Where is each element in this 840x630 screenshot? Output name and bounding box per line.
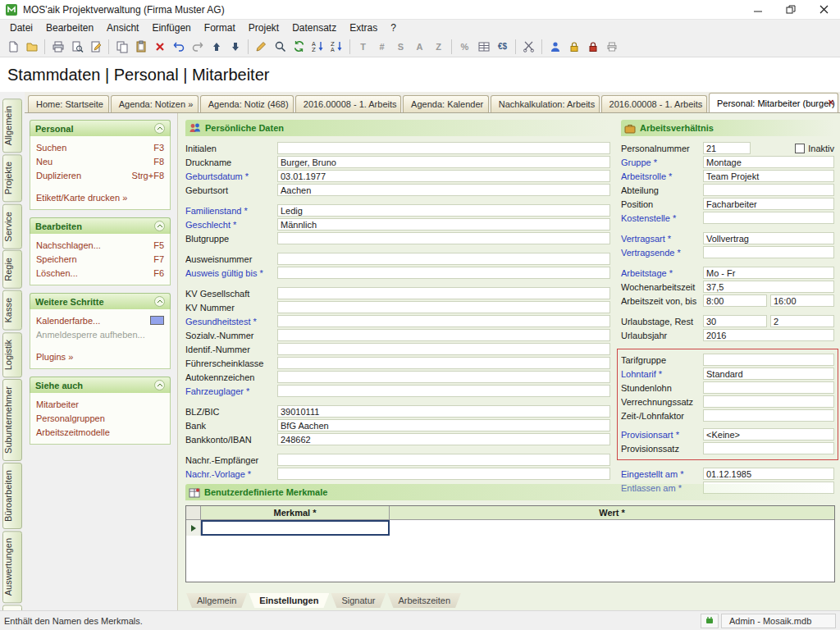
row-selector[interactable] — [186, 520, 201, 536]
bank-input[interactable]: BfG Aachen — [277, 419, 610, 431]
minimize-button[interactable] — [742, 0, 774, 19]
ausweis-gueltig-bis-label-link[interactable]: Ausweis gültig bis * — [185, 268, 277, 278]
arbeitsrolle-label-link[interactable]: Arbeitsrolle * — [621, 171, 703, 181]
arbeitszeit-von-input[interactable]: 8:00 — [703, 294, 767, 307]
position-input[interactable]: Facharbeiter — [703, 198, 834, 210]
nachr-empfaenger-input[interactable] — [277, 454, 610, 466]
tab-allgemein[interactable]: Allgemein — [186, 593, 247, 608]
cmd-duplizieren[interactable]: DuplizierenStrg+F8 — [36, 168, 164, 182]
identif-nummer-input[interactable] — [277, 343, 610, 355]
print-preview-button[interactable] — [67, 38, 86, 56]
collapse-icon[interactable] — [154, 123, 165, 134]
menu-einfuegen[interactable]: Einfügen — [145, 21, 197, 35]
side-tab-service[interactable]: Service — [2, 204, 22, 249]
vertragsart-input[interactable]: Vollvertrag — [703, 232, 834, 244]
cmd-nachschlagen[interactable]: Nachschlagen...F5 — [36, 238, 164, 252]
stundenlohn-input[interactable] — [703, 381, 834, 394]
cmd-neu[interactable]: NeuF8 — [36, 154, 164, 168]
kostenstelle-label-link[interactable]: Kostenstelle * — [621, 213, 703, 223]
panel-header-siehe-auch[interactable]: Siehe auch — [30, 377, 171, 393]
blutgruppe-input[interactable] — [277, 232, 610, 244]
zeit-lohnfaktor-input[interactable] — [703, 409, 834, 422]
side-tab-auswertungen[interactable]: Auswertungen — [2, 531, 22, 603]
format-s-button[interactable]: S — [391, 38, 410, 56]
fuehrerscheinklasse-input[interactable] — [277, 357, 610, 369]
menu-bearbeiten[interactable]: Bearbeiten — [39, 21, 100, 35]
panel-header-bearbeiten[interactable]: Bearbeiten — [30, 217, 171, 234]
doc-tab-nachkalkulation[interactable]: Nachkalkulation: Arbeits — [491, 95, 600, 112]
doc-tab-agenda-notizen[interactable]: Agenda: Notizen » — [111, 95, 199, 112]
nachr-vorlage-label-link[interactable]: Nachr.-Vorlage * — [185, 469, 277, 479]
kostenstelle-input[interactable] — [703, 212, 834, 224]
side-tab-regie[interactable]: Regie — [2, 250, 22, 289]
gesundheitstest-input[interactable] — [277, 315, 610, 327]
undo-button[interactable] — [169, 38, 188, 56]
format-z-button[interactable]: Z — [429, 38, 448, 56]
doc-tab-arbeitszettel-1[interactable]: 2016.00008 - 1. Arbeits — [295, 95, 401, 112]
tab-signatur[interactable]: Signatur — [331, 593, 386, 608]
geschlecht-input[interactable]: Männlich — [277, 218, 610, 231]
gruppe-label-link[interactable]: Gruppe * — [621, 158, 703, 167]
menu-projekt[interactable]: Projekt — [242, 21, 285, 35]
fahrzeuglager-label-link[interactable]: Fahrzeuglager * — [185, 386, 277, 396]
arbeitszeit-bis-input[interactable]: 16:00 — [770, 294, 834, 307]
urlaubstage-input[interactable]: 30 — [703, 315, 767, 327]
doc-tab-agenda-kalender[interactable]: Agenda: Kalender — [403, 95, 489, 112]
sort-ascending-button[interactable]: AZ — [308, 38, 327, 56]
lohntarif-label-link[interactable]: Lohntarif * — [621, 369, 703, 379]
format-title-button[interactable]: T — [354, 38, 372, 56]
druckname-input[interactable]: Burger, Bruno — [277, 156, 610, 168]
calc-grid-button[interactable] — [474, 38, 493, 56]
gruppe-input[interactable]: Montage — [703, 156, 834, 168]
menu-datei[interactable]: Datei — [3, 21, 39, 35]
doc-tab-home[interactable]: Home: Startseite — [28, 95, 109, 112]
paste-button[interactable] — [131, 38, 150, 56]
kv-gesellschaft-input[interactable] — [277, 287, 610, 299]
arbeitstage-label-link[interactable]: Arbeitstage * — [621, 268, 703, 278]
inaktiv-checkbox[interactable] — [795, 144, 805, 153]
geschlecht-label-link[interactable]: Geschlecht * — [185, 220, 277, 230]
cmd-etikett-drucken[interactable]: Etikett/Karte drucken » — [36, 190, 164, 204]
currency-button[interactable]: €$ — [493, 38, 512, 56]
geburtsdatum-label-link[interactable]: Geburtsdatum * — [185, 171, 277, 181]
quick-print-button[interactable] — [602, 38, 621, 56]
urlaubsrest-input[interactable]: 2 — [770, 315, 834, 327]
cut-button[interactable] — [519, 38, 538, 56]
unlock-button[interactable] — [564, 38, 583, 56]
verrechnungssatz-input[interactable] — [703, 395, 834, 408]
collapse-icon[interactable] — [154, 380, 165, 390]
print-button[interactable] — [48, 38, 67, 56]
lock-button[interactable] — [583, 38, 602, 56]
vertragsende-label-link[interactable]: Vertragsende * — [621, 248, 703, 258]
tab-arbeitszeiten[interactable]: Arbeitszeiten — [387, 593, 461, 608]
tab-close-icon[interactable]: × — [825, 97, 837, 108]
panel-header-personal[interactable]: Personal — [30, 120, 171, 136]
menu-ansicht[interactable]: Ansicht — [100, 21, 145, 35]
geburtsort-input[interactable]: Aachen — [277, 184, 610, 196]
sozialv-nummer-input[interactable] — [277, 329, 610, 341]
format-number-button[interactable]: # — [372, 38, 391, 56]
wochenarbeitszeit-input[interactable]: 37,5 — [703, 281, 834, 293]
menu-datensatz[interactable]: Datensatz — [285, 21, 343, 35]
tab-einstellungen[interactable]: Einstellungen — [249, 593, 329, 608]
lohntarif-input[interactable]: Standard — [703, 368, 834, 380]
doc-tab-agenda-notiz[interactable]: Agenda: Notiz (468) — [200, 95, 294, 112]
link-mitarbeiter[interactable]: Mitarbeiter — [36, 397, 164, 411]
percent-button[interactable]: % — [455, 38, 474, 56]
cmd-plugins[interactable]: Plugins » — [36, 349, 164, 363]
menu-hilfe[interactable]: ? — [384, 21, 403, 35]
link-arbeitszeitmodelle[interactable]: Arbeitszeitmodelle — [36, 425, 164, 439]
side-tab-kasse[interactable]: Kasse — [2, 290, 22, 331]
cmd-suchen[interactable]: SuchenF3 — [36, 140, 164, 154]
doc-tab-arbeitszettel-2[interactable]: 2016.00008 - 1. Arbeits — [601, 95, 707, 112]
restore-button[interactable] — [774, 0, 807, 19]
ausweis-gueltig-bis-input[interactable] — [277, 267, 610, 279]
fahrzeuglager-input[interactable] — [277, 385, 610, 397]
gesundheitstest-label-link[interactable]: Gesundheitstest * — [185, 317, 277, 326]
format-a-button[interactable]: A — [410, 38, 429, 56]
user-permissions-button[interactable] — [546, 38, 564, 56]
page-setup-button[interactable] — [86, 38, 105, 56]
geburtsdatum-input[interactable]: 03.01.1977 — [277, 170, 610, 182]
nachr-vorlage-input[interactable] — [277, 468, 610, 480]
vertragsende-input[interactable] — [703, 246, 834, 258]
